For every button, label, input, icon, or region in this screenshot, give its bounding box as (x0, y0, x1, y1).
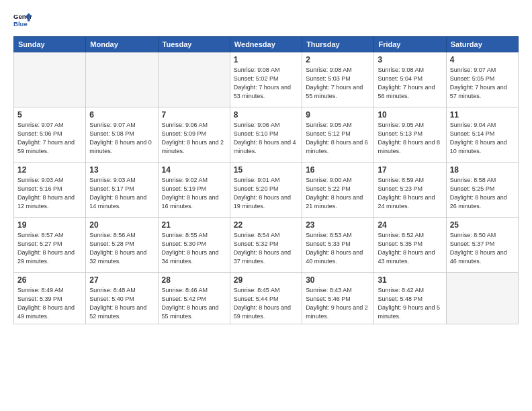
day-number: 13 (89, 165, 154, 175)
calendar-day-cell: 24Sunrise: 8:52 AM Sunset: 5:35 PM Dayli… (374, 218, 446, 273)
day-detail-text: Sunrise: 8:56 AM Sunset: 5:28 PM Dayligh… (89, 231, 154, 266)
calendar-day-cell: 26Sunrise: 8:49 AM Sunset: 5:39 PM Dayli… (14, 273, 86, 324)
day-detail-text: Sunrise: 9:06 AM Sunset: 5:10 PM Dayligh… (234, 121, 298, 156)
day-number: 3 (378, 55, 442, 64)
day-number: 14 (162, 165, 226, 175)
calendar-day-cell: 27Sunrise: 8:48 AM Sunset: 5:40 PM Dayli… (86, 273, 158, 324)
calendar-week-2: 5Sunrise: 9:07 AM Sunset: 5:06 PM Daylig… (14, 107, 519, 163)
weekday-header-monday: Monday (86, 37, 158, 52)
day-detail-text: Sunrise: 9:07 AM Sunset: 5:08 PM Dayligh… (89, 121, 154, 156)
calendar-day-cell (446, 273, 518, 324)
day-detail-text: Sunrise: 8:58 AM Sunset: 5:25 PM Dayligh… (450, 176, 515, 211)
day-number: 4 (450, 55, 515, 64)
day-number: 2 (306, 55, 370, 64)
weekday-header-saturday: Saturday (446, 37, 518, 52)
logo: General Blue (13, 11, 36, 30)
day-detail-text: Sunrise: 9:05 AM Sunset: 5:12 PM Dayligh… (306, 121, 370, 156)
day-number: 24 (378, 220, 442, 230)
calendar-day-cell: 28Sunrise: 8:46 AM Sunset: 5:42 PM Dayli… (158, 273, 230, 324)
day-number: 30 (306, 275, 370, 285)
day-number: 20 (89, 220, 154, 230)
weekday-header-friday: Friday (374, 37, 446, 52)
day-detail-text: Sunrise: 8:53 AM Sunset: 5:33 PM Dayligh… (306, 231, 370, 266)
day-detail-text: Sunrise: 9:07 AM Sunset: 5:05 PM Dayligh… (450, 66, 515, 101)
calendar-day-cell: 18Sunrise: 8:58 AM Sunset: 5:25 PM Dayli… (446, 163, 518, 218)
day-detail-text: Sunrise: 8:48 AM Sunset: 5:40 PM Dayligh… (89, 286, 154, 321)
day-detail-text: Sunrise: 9:02 AM Sunset: 5:19 PM Dayligh… (162, 176, 226, 211)
page: General Blue SundayMondayTuesdayWednesda… (0, 0, 532, 411)
day-number: 12 (17, 165, 82, 175)
day-detail-text: Sunrise: 9:05 AM Sunset: 5:13 PM Dayligh… (378, 121, 442, 156)
day-number: 31 (378, 275, 442, 285)
day-number: 18 (450, 165, 515, 175)
day-detail-text: Sunrise: 9:06 AM Sunset: 5:09 PM Dayligh… (162, 121, 226, 156)
day-number: 8 (234, 110, 298, 120)
day-number: 11 (450, 110, 515, 120)
weekday-header-thursday: Thursday (302, 37, 374, 52)
calendar-day-cell: 14Sunrise: 9:02 AM Sunset: 5:19 PM Dayli… (158, 163, 230, 218)
day-number: 6 (89, 110, 154, 120)
calendar-day-cell: 20Sunrise: 8:56 AM Sunset: 5:28 PM Dayli… (86, 218, 158, 273)
calendar-day-cell: 17Sunrise: 8:59 AM Sunset: 5:23 PM Dayli… (374, 163, 446, 218)
calendar-table: SundayMondayTuesdayWednesdayThursdayFrid… (13, 36, 519, 324)
calendar-day-cell: 6Sunrise: 9:07 AM Sunset: 5:08 PM Daylig… (86, 107, 158, 163)
calendar-day-cell: 31Sunrise: 8:42 AM Sunset: 5:48 PM Dayli… (374, 273, 446, 324)
calendar-day-cell: 30Sunrise: 8:43 AM Sunset: 5:46 PM Dayli… (302, 273, 374, 324)
calendar-day-cell: 8Sunrise: 9:06 AM Sunset: 5:10 PM Daylig… (230, 107, 302, 163)
day-detail-text: Sunrise: 9:08 AM Sunset: 5:02 PM Dayligh… (234, 66, 298, 101)
day-number: 15 (234, 165, 298, 175)
calendar-day-cell: 1Sunrise: 9:08 AM Sunset: 5:02 PM Daylig… (230, 52, 302, 107)
day-detail-text: Sunrise: 9:07 AM Sunset: 5:06 PM Dayligh… (17, 121, 82, 156)
calendar-day-cell: 9Sunrise: 9:05 AM Sunset: 5:12 PM Daylig… (302, 107, 374, 163)
svg-text:Blue: Blue (13, 20, 28, 28)
calendar-day-cell: 19Sunrise: 8:57 AM Sunset: 5:27 PM Dayli… (14, 218, 86, 273)
calendar-day-cell: 16Sunrise: 9:00 AM Sunset: 5:22 PM Dayli… (302, 163, 374, 218)
day-detail-text: Sunrise: 8:59 AM Sunset: 5:23 PM Dayligh… (378, 176, 442, 211)
calendar-week-1: 1Sunrise: 9:08 AM Sunset: 5:02 PM Daylig… (14, 52, 519, 107)
day-number: 9 (306, 110, 370, 120)
day-detail-text: Sunrise: 8:50 AM Sunset: 5:37 PM Dayligh… (450, 231, 515, 266)
day-number: 26 (17, 275, 82, 285)
calendar-day-cell: 7Sunrise: 9:06 AM Sunset: 5:09 PM Daylig… (158, 107, 230, 163)
day-detail-text: Sunrise: 9:03 AM Sunset: 5:16 PM Dayligh… (17, 176, 82, 211)
calendar-day-cell: 25Sunrise: 8:50 AM Sunset: 5:37 PM Dayli… (446, 218, 518, 273)
day-number: 17 (378, 165, 442, 175)
calendar-day-cell: 12Sunrise: 9:03 AM Sunset: 5:16 PM Dayli… (14, 163, 86, 218)
calendar-week-5: 26Sunrise: 8:49 AM Sunset: 5:39 PM Dayli… (14, 273, 519, 324)
calendar-day-cell (86, 52, 158, 107)
day-detail-text: Sunrise: 9:08 AM Sunset: 5:04 PM Dayligh… (378, 66, 442, 101)
logo-icon: General Blue (13, 11, 32, 30)
day-detail-text: Sunrise: 9:08 AM Sunset: 5:03 PM Dayligh… (306, 66, 370, 101)
calendar-day-cell (158, 52, 230, 107)
calendar-day-cell: 5Sunrise: 9:07 AM Sunset: 5:06 PM Daylig… (14, 107, 86, 163)
day-number: 23 (306, 220, 370, 230)
calendar-day-cell: 2Sunrise: 9:08 AM Sunset: 5:03 PM Daylig… (302, 52, 374, 107)
day-number: 25 (450, 220, 515, 230)
calendar-day-cell: 13Sunrise: 9:03 AM Sunset: 5:17 PM Dayli… (86, 163, 158, 218)
calendar-day-cell: 4Sunrise: 9:07 AM Sunset: 5:05 PM Daylig… (446, 52, 518, 107)
day-detail-text: Sunrise: 8:52 AM Sunset: 5:35 PM Dayligh… (378, 231, 442, 266)
day-detail-text: Sunrise: 8:55 AM Sunset: 5:30 PM Dayligh… (162, 231, 226, 266)
day-detail-text: Sunrise: 9:01 AM Sunset: 5:20 PM Dayligh… (234, 176, 298, 211)
day-number: 28 (162, 275, 226, 285)
calendar-day-cell: 3Sunrise: 9:08 AM Sunset: 5:04 PM Daylig… (374, 52, 446, 107)
day-detail-text: Sunrise: 8:45 AM Sunset: 5:44 PM Dayligh… (234, 286, 298, 321)
day-detail-text: Sunrise: 8:54 AM Sunset: 5:32 PM Dayligh… (234, 231, 298, 266)
calendar-day-cell: 29Sunrise: 8:45 AM Sunset: 5:44 PM Dayli… (230, 273, 302, 324)
weekday-header-sunday: Sunday (14, 37, 86, 52)
day-number: 1 (234, 55, 298, 64)
calendar-week-4: 19Sunrise: 8:57 AM Sunset: 5:27 PM Dayli… (14, 218, 519, 273)
day-number: 21 (162, 220, 226, 230)
day-number: 5 (17, 110, 82, 120)
calendar-day-cell: 15Sunrise: 9:01 AM Sunset: 5:20 PM Dayli… (230, 163, 302, 218)
day-detail-text: Sunrise: 9:04 AM Sunset: 5:14 PM Dayligh… (450, 121, 515, 156)
day-number: 16 (306, 165, 370, 175)
calendar-day-cell: 11Sunrise: 9:04 AM Sunset: 5:14 PM Dayli… (446, 107, 518, 163)
day-detail-text: Sunrise: 8:49 AM Sunset: 5:39 PM Dayligh… (17, 286, 82, 321)
calendar-day-cell: 23Sunrise: 8:53 AM Sunset: 5:33 PM Dayli… (302, 218, 374, 273)
calendar-header-row: SundayMondayTuesdayWednesdayThursdayFrid… (14, 37, 519, 52)
day-detail-text: Sunrise: 9:03 AM Sunset: 5:17 PM Dayligh… (89, 176, 154, 211)
weekday-header-tuesday: Tuesday (158, 37, 230, 52)
day-number: 29 (234, 275, 298, 285)
calendar-day-cell: 22Sunrise: 8:54 AM Sunset: 5:32 PM Dayli… (230, 218, 302, 273)
